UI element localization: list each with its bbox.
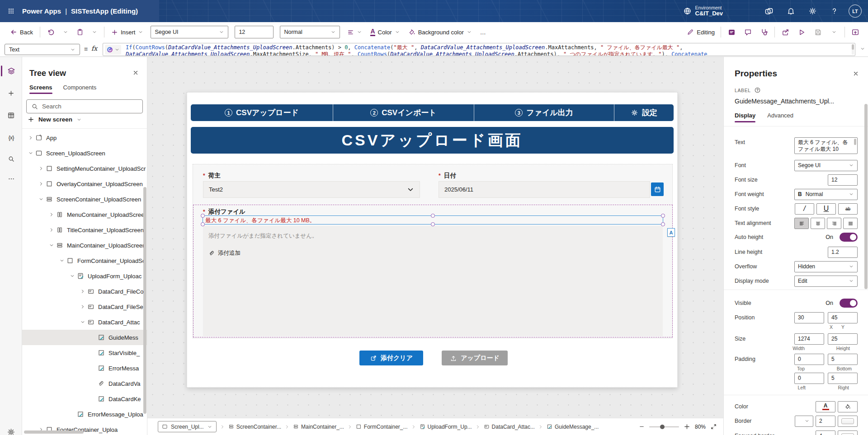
chevron-right-icon[interactable] (37, 181, 45, 187)
tab-screens[interactable]: Screens (29, 84, 52, 94)
paste-dropdown[interactable] (88, 25, 101, 39)
avatar[interactable]: LT (849, 5, 862, 18)
padding-bottom-input[interactable]: 5 (828, 354, 858, 365)
preview-play-icon[interactable] (793, 25, 810, 39)
italic-button[interactable]: / (795, 203, 814, 215)
chevron-down-icon[interactable] (58, 258, 66, 263)
focused-border-width-input[interactable]: 4 (816, 430, 835, 435)
prop-text-input[interactable]: 最大 6 ファイル、各ファイル最大 10 (794, 137, 858, 154)
tree-item-guidemess[interactable]: GuideMess (22, 330, 147, 345)
border-width-input[interactable]: 2 (816, 416, 835, 427)
position-y-input[interactable]: 45 (828, 312, 858, 323)
environment-picker[interactable]: Environment C&IT_Dev (683, 5, 723, 17)
editing-mode-button[interactable]: Editing (683, 25, 718, 39)
property-selector[interactable]: Text (5, 44, 80, 55)
add-attachment-link[interactable]: 添付追加 (208, 249, 241, 257)
breadcrumb-item-formcontainer-[interactable]: FormContainer_... (356, 424, 408, 430)
prop-overflow-select[interactable]: Hidden (794, 261, 858, 272)
strikethrough-button[interactable]: ab (838, 203, 858, 215)
breadcrumb-item-screen-upl-[interactable]: Screen_Upl... (158, 421, 217, 432)
breadcrumb-item-guidemessage-[interactable]: GuideMessage_... (547, 424, 599, 430)
tree-item-uploadform-uploac[interactable]: UploadForm_Uploac (22, 268, 147, 284)
fit-to-window-icon[interactable] (710, 423, 717, 430)
focused-border-color-swatch[interactable] (838, 430, 858, 435)
menu-tab-1[interactable]: 1CSVアップロード (191, 104, 333, 121)
share-icon[interactable] (777, 25, 793, 39)
clear-attachments-button[interactable]: 添付クリア (359, 351, 423, 365)
chevron-right-icon[interactable] (79, 304, 87, 309)
zoom-out-minus-icon[interactable] (639, 424, 645, 430)
zoom-level[interactable]: 80% (695, 424, 706, 430)
properties-scrollbar[interactable] (864, 104, 868, 289)
font-color-swatch-button[interactable]: A (816, 401, 835, 412)
chevron-right-icon[interactable] (37, 166, 45, 171)
chevron-right-icon[interactable] (47, 212, 56, 217)
app-notes-icon[interactable] (723, 25, 740, 39)
upload-button[interactable]: アップロード (442, 351, 508, 365)
date-input[interactable]: 2025/06/11 (439, 181, 650, 198)
selection-handle[interactable] (201, 214, 205, 218)
calendar-button[interactable] (651, 182, 664, 196)
selection-handle[interactable] (661, 222, 665, 226)
more-rail-icon[interactable] (0, 170, 22, 188)
tab-components[interactable]: Components (63, 84, 97, 94)
prop-display-mode-select[interactable]: Edit (794, 276, 858, 287)
notifications-bell-icon[interactable] (780, 0, 802, 22)
tree-item-datacard-fileco[interactable]: DataCard_FileCo (22, 284, 147, 299)
back-button[interactable]: Back (6, 25, 37, 39)
padding-left-input[interactable]: 0 (794, 373, 824, 384)
waffle-icon[interactable] (0, 0, 22, 22)
font-color-button[interactable]: A Color (367, 25, 403, 39)
tree-item-overlaycontainer-uploadscreen[interactable]: OverlayContainer_UploadScreen (22, 176, 147, 192)
prop-font-weight-select[interactable]: BNormal (794, 189, 858, 200)
zoom-in-plus-icon[interactable] (684, 423, 690, 430)
tree-close-icon[interactable] (132, 70, 139, 76)
zoom-slider[interactable] (649, 426, 679, 427)
paste-button[interactable] (73, 25, 87, 39)
tree-item-app[interactable]: App (22, 130, 147, 145)
menu-tab-4[interactable]: 設定 (614, 104, 674, 121)
prop-font-select[interactable]: Segoe UI (794, 160, 858, 171)
chevron-down-icon[interactable] (79, 319, 87, 325)
selection-handle[interactable] (201, 222, 205, 226)
align-center-button[interactable] (811, 218, 825, 229)
selection-handle[interactable] (431, 222, 435, 226)
tree-vertical-scrollbar[interactable] (143, 130, 146, 430)
formula-input[interactable]: If(CountRows(DataCardValue_Attachments_U… (103, 43, 855, 56)
menu-tab-2[interactable]: 2CSVインポート (333, 104, 474, 121)
tab-display[interactable]: Display (735, 112, 755, 122)
text-alignment-button[interactable] (344, 25, 366, 39)
menu-tab-3[interactable]: 3ファイル出力 (474, 104, 614, 121)
tree-item-errormessage-uploa[interactable]: ErrorMessage_Uploa (22, 407, 147, 422)
background-color-button[interactable]: Background color (405, 25, 476, 39)
prop-line-height-input[interactable]: 1.2 (828, 247, 858, 258)
tree-search-input[interactable]: Search (26, 99, 143, 113)
app-screen[interactable]: 1CSVアップロード2CSVインポート3ファイル出力設定 CSVアップロード画面… (187, 92, 678, 388)
data-rail-icon[interactable] (0, 106, 22, 124)
breadcrumb-item-datacard-attac-[interactable]: DataCard_Attac... (484, 424, 535, 430)
settings-gear-icon[interactable] (802, 0, 823, 22)
tree-item-maincontainer-uploadscreer[interactable]: MainContainer_UploadScreer (22, 238, 147, 253)
size-width-input[interactable]: 1274 (794, 333, 824, 345)
variables-rail-icon[interactable]: {x} (0, 128, 22, 146)
tree-item-errormessa[interactable]: ErrorMessa (22, 360, 147, 376)
text-input-scrollbar[interactable] (854, 139, 856, 145)
auto-height-toggle[interactable] (840, 233, 858, 242)
chevron-right-icon[interactable] (79, 289, 87, 294)
publish-icon[interactable] (847, 25, 863, 39)
insert-button[interactable]: Insert (108, 25, 147, 39)
attachment-control[interactable]: 添付ファイルがまだ指定されていません。 添付追加 (203, 226, 663, 336)
tree-item-datacard-filese[interactable]: DataCard_FileSe (22, 299, 147, 314)
properties-close-icon[interactable] (853, 70, 859, 77)
formula-expand-chevron-icon[interactable] (860, 46, 865, 51)
tree-item-screen-uploadscreen[interactable]: Screen_UploadScreen (22, 145, 147, 161)
chevron-down-icon[interactable] (37, 196, 45, 202)
app-checker-icon[interactable] (756, 25, 772, 39)
toolbar-overflow-button[interactable]: … (476, 25, 490, 39)
align-left-button[interactable] (794, 218, 809, 229)
search-rail-icon[interactable] (0, 150, 22, 168)
tree-item-datacardva[interactable]: DataCardVa (22, 376, 147, 391)
copilot-formula-button[interactable] (105, 45, 121, 55)
tree-item-titlecontainer-uploadscreen[interactable]: TitleContainer_UploadScreen (22, 222, 147, 238)
copilot-icon[interactable] (758, 0, 780, 22)
